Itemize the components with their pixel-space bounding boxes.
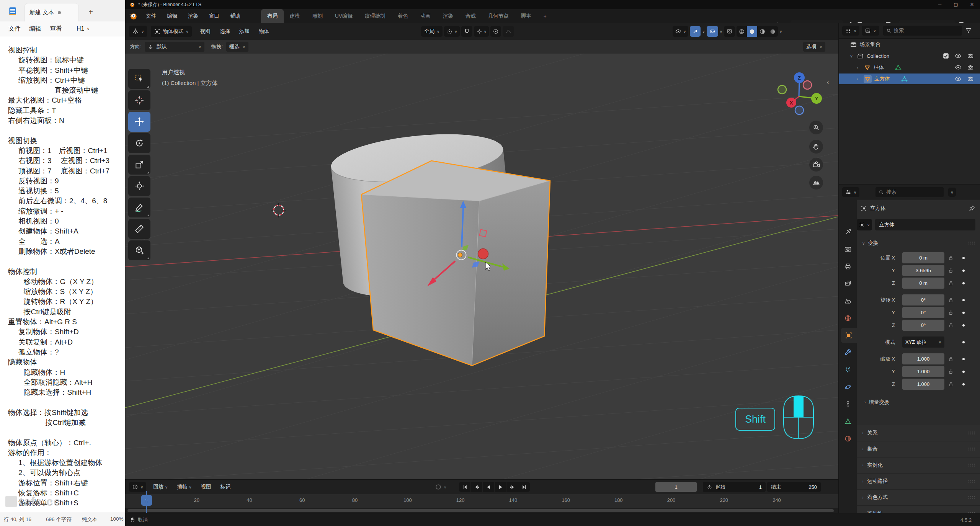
value-field[interactable]: 0° bbox=[902, 307, 944, 318]
section-着色方式[interactable]: ›着色方式 bbox=[857, 489, 980, 505]
outliner-row-柱体[interactable]: ›柱体 bbox=[839, 62, 980, 73]
section-集合[interactable]: ›集合 bbox=[857, 441, 980, 457]
properties-tab-modifiers[interactable] bbox=[839, 345, 857, 360]
minimize-button[interactable]: ─ bbox=[932, 0, 948, 9]
current-frame-field[interactable]: 1 bbox=[655, 482, 697, 492]
animate-dot-icon[interactable] bbox=[962, 299, 965, 301]
material-shading-icon[interactable] bbox=[757, 26, 768, 37]
properties-tab-constraints[interactable] bbox=[839, 397, 857, 412]
section-运动路径[interactable]: ›运动路径 bbox=[857, 473, 980, 489]
properties-tab-material[interactable] bbox=[839, 431, 857, 446]
menu-帮助[interactable]: 帮助 bbox=[225, 13, 246, 20]
lock-icon[interactable] bbox=[947, 255, 954, 261]
animate-dot-icon[interactable] bbox=[962, 371, 965, 373]
overlays-toggle[interactable] bbox=[707, 26, 718, 37]
animate-dot-icon[interactable] bbox=[962, 312, 965, 314]
tool-button-move-tool-icon[interactable] bbox=[128, 112, 150, 132]
pivot-point-dropdown[interactable]: ∨ bbox=[444, 26, 459, 37]
eye-toggle-icon[interactable] bbox=[955, 64, 962, 71]
transform-orientation-dropdown[interactable]: 全局∨ bbox=[421, 26, 443, 37]
viewport-menu-视图[interactable]: 视图 bbox=[196, 28, 215, 35]
outliner-row-场景集合[interactable]: 场景集合 bbox=[839, 39, 980, 50]
tool-button-cursor-tool-icon[interactable] bbox=[128, 90, 150, 110]
properties-editor-dropdown[interactable]: ∨ bbox=[842, 187, 859, 197]
camera-view-button[interactable] bbox=[809, 158, 823, 172]
orientation-dropdown[interactable]: 默认 ∨ bbox=[145, 42, 204, 52]
expander-icon[interactable]: › bbox=[857, 77, 862, 81]
properties-filter-dropdown[interactable]: ∨ bbox=[948, 188, 956, 197]
value-field[interactable]: 0° bbox=[902, 294, 944, 305]
lock-icon[interactable] bbox=[947, 368, 954, 375]
frame-start-field[interactable]: 起始 1 bbox=[703, 482, 766, 492]
notepad-heading-dropdown[interactable]: H1∨ bbox=[77, 25, 90, 32]
value-field[interactable]: 3.6595 bbox=[902, 265, 944, 276]
camera-toggle-icon[interactable] bbox=[967, 52, 974, 59]
viewport-menu-物体[interactable]: 物体 bbox=[254, 28, 274, 35]
drag-dots-icon[interactable] bbox=[968, 241, 975, 245]
properties-tab-object-data[interactable] bbox=[839, 414, 857, 429]
tool-button-transform-tool-icon[interactable] bbox=[128, 176, 150, 196]
notepad-text-area[interactable]: 视图控制旋转视图：鼠标中键平稳视图：Shift+中键缩放视图：Ctrl+中键直接… bbox=[0, 36, 125, 512]
lock-icon[interactable] bbox=[947, 280, 954, 286]
rendered-shading-icon[interactable] bbox=[768, 26, 778, 37]
value-field[interactable]: 1.000 bbox=[902, 353, 944, 364]
animate-dot-icon[interactable] bbox=[962, 282, 965, 284]
properties-tab-view-layer[interactable] bbox=[839, 276, 857, 291]
animate-dot-icon[interactable] bbox=[962, 270, 965, 272]
options-dropdown[interactable]: 选项∨ bbox=[803, 42, 825, 52]
visibility-dropdown[interactable]: ∨ bbox=[673, 26, 688, 37]
blender-menu-logo-icon[interactable] bbox=[129, 12, 137, 20]
value-field[interactable]: 0 m bbox=[902, 278, 944, 289]
play-reverse-button[interactable] bbox=[483, 482, 494, 492]
workspace-tab-UV编辑[interactable]: UV编辑 bbox=[329, 9, 359, 23]
animate-dot-icon[interactable] bbox=[962, 341, 965, 343]
lock-icon[interactable] bbox=[947, 322, 954, 328]
gizmos-toggle[interactable] bbox=[690, 26, 701, 37]
workspace-tab-动画[interactable]: 动画 bbox=[414, 9, 437, 23]
next-keyframe-button[interactable] bbox=[506, 482, 518, 492]
workspace-tab-脚本[interactable]: 脚本 bbox=[515, 9, 537, 23]
properties-tab-scene[interactable] bbox=[839, 293, 857, 309]
lock-icon[interactable] bbox=[947, 297, 954, 303]
outliner-row-立方体[interactable]: ›立方体 bbox=[839, 74, 980, 84]
menu-渲染[interactable]: 渲染 bbox=[183, 13, 204, 20]
wireframe-shading-icon[interactable] bbox=[737, 26, 747, 37]
mode-dropdown[interactable]: 物体模式 ∨ bbox=[151, 26, 191, 37]
animate-dot-icon[interactable] bbox=[962, 324, 965, 327]
add-workspace-button[interactable]: + bbox=[537, 9, 553, 23]
properties-tab-world[interactable] bbox=[839, 310, 857, 326]
object-name-field[interactable]: 立方体 bbox=[875, 219, 975, 230]
expander-icon[interactable]: › bbox=[857, 65, 862, 70]
section-可见性[interactable]: ›可见性 bbox=[857, 505, 980, 514]
notepad-menu-file[interactable]: 文件 bbox=[8, 25, 21, 33]
menu-文件[interactable]: 文件 bbox=[140, 13, 162, 20]
section-关系[interactable]: ›关系 bbox=[857, 425, 980, 441]
workspace-tab-着色[interactable]: 着色 bbox=[392, 9, 414, 23]
workspace-tab-布局[interactable]: 布局 bbox=[261, 9, 284, 23]
rotation-mode-dropdown[interactable]: XYZ 欧拉∨ bbox=[902, 337, 944, 348]
value-field[interactable]: 0 m bbox=[902, 252, 944, 263]
outliner-row-Collection[interactable]: ∨Collection bbox=[839, 51, 980, 61]
animate-dot-icon[interactable] bbox=[962, 383, 965, 386]
lock-icon[interactable] bbox=[947, 356, 954, 362]
shading-dropdown[interactable]: ∨ bbox=[779, 29, 782, 34]
frame-end-field[interactable]: 结束 250 bbox=[767, 482, 821, 492]
maximize-button[interactable]: ▢ bbox=[948, 0, 964, 9]
properties-search-input[interactable]: 搜索 bbox=[875, 187, 944, 197]
jump-to-end-button[interactable] bbox=[518, 482, 530, 492]
properties-tab-particles[interactable] bbox=[839, 362, 857, 377]
xray-toggle[interactable] bbox=[724, 26, 735, 37]
outliner-search-input[interactable]: 搜索 bbox=[883, 26, 962, 36]
snap-settings-dropdown[interactable]: ∨ bbox=[474, 26, 489, 37]
camera-toggle-icon[interactable] bbox=[967, 64, 974, 71]
eye-toggle-icon[interactable] bbox=[955, 75, 962, 82]
viewport-menu-选择[interactable]: 选择 bbox=[215, 28, 235, 35]
orthographic-grid-button[interactable] bbox=[809, 176, 823, 189]
zoom-button[interactable] bbox=[809, 121, 823, 134]
expander-icon[interactable]: ∨ bbox=[850, 54, 855, 59]
object-id-dropdown[interactable]: ∨ bbox=[857, 219, 872, 230]
notepad-new-tab-button[interactable]: + bbox=[86, 7, 96, 17]
filter-icon[interactable] bbox=[965, 27, 972, 34]
shading-mode-switch[interactable] bbox=[737, 26, 778, 37]
lock-icon[interactable] bbox=[947, 309, 954, 316]
